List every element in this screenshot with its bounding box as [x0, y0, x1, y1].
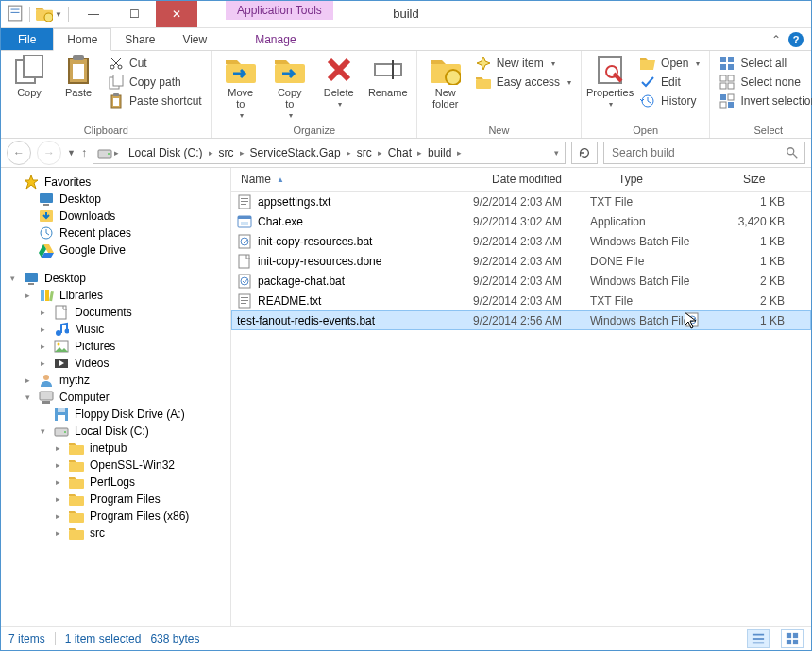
new-folder-button[interactable]: Newfolder [423, 53, 468, 109]
move-to-button[interactable]: Moveto▾ [218, 53, 263, 120]
column-headers: Name▲ Date modified Type Size [231, 168, 811, 192]
titlebar: ▼ Application Tools build — ☐ ✕ [1, 1, 811, 28]
file-row[interactable]: test-fanout-redis-events.bat 9/2/2014 2:… [231, 310, 811, 330]
nav-folder[interactable]: ▸PerfLogs [1, 474, 230, 491]
help-icon[interactable]: ? [788, 32, 804, 47]
address-bar[interactable]: ▸ Local Disk (C:)▸src▸ServiceStack.Gap▸s… [93, 142, 566, 164]
new-item-button[interactable]: New item▾ [472, 55, 575, 72]
nav-favorites[interactable]: Favorites [1, 174, 230, 191]
nav-fav-item[interactable]: Recent places [1, 225, 230, 242]
rename-button[interactable]: Rename [365, 53, 411, 98]
edit-button[interactable]: Edit [636, 74, 703, 91]
qat-properties-icon[interactable] [7, 5, 24, 25]
nav-computer[interactable]: ▾Computer [1, 389, 230, 406]
cut-button[interactable]: Cut [105, 55, 206, 72]
nav-lib-item[interactable]: ▸Videos [1, 355, 230, 372]
invert-selection-button[interactable]: Invert selection [716, 92, 812, 109]
maximize-button[interactable]: ☐ [114, 1, 156, 27]
breadcrumb-segment[interactable]: build [424, 146, 455, 159]
col-date[interactable]: Date modified [482, 173, 609, 186]
qat-dropdown-icon[interactable]: ▼ [55, 10, 62, 19]
copy-to-button[interactable]: Copyto▾ [267, 53, 313, 120]
search-input[interactable] [610, 145, 755, 160]
tab-manage[interactable]: Manage [242, 28, 310, 50]
thumbnails-view-button[interactable] [781, 629, 804, 648]
nav-fav-item[interactable]: Desktop [1, 191, 230, 208]
nav-folder[interactable]: ▸Program Files [1, 491, 230, 508]
explorer-window: ▼ Application Tools build — ☐ ✕ File Hom… [0, 0, 812, 651]
file-row[interactable]: README.txt 9/2/2014 2:03 AM TXT File 2 K… [231, 291, 811, 310]
ribbon-group-select: Select all Select none Invert selection … [710, 51, 812, 138]
nav-desktop[interactable]: ▾Desktop [1, 270, 230, 287]
tab-view[interactable]: View [169, 28, 221, 50]
nav-folder[interactable]: ▸OpenSSL-Win32 [1, 457, 230, 474]
col-name[interactable]: Name▲ [231, 173, 482, 186]
context-tab-label: Application Tools [226, 1, 333, 20]
nav-lib-item[interactable]: ▸Pictures [1, 338, 230, 355]
breadcrumb-segment[interactable]: src [215, 146, 238, 159]
file-type: Windows Batch File [590, 275, 705, 288]
nav-folder[interactable]: ▸Program Files (x86) [1, 508, 230, 525]
forward-button[interactable]: → [37, 141, 61, 165]
up-button[interactable]: ↑ [81, 146, 87, 159]
details-view-button[interactable] [747, 629, 770, 648]
cursor-icon [685, 312, 698, 329]
copy-path-button[interactable]: Copy path [105, 74, 206, 91]
recent-locations-icon[interactable]: ▼ [67, 148, 76, 158]
select-all-button[interactable]: Select all [716, 55, 812, 72]
nav-folder[interactable]: ▸inetpub [1, 440, 230, 457]
ribbon-tabs: File Home Share View Manage ⌃ ? [1, 28, 811, 51]
file-row[interactable]: package-chat.bat 9/2/2014 2:03 AM Window… [231, 271, 811, 291]
delete-button[interactable]: Delete▾ [316, 53, 362, 108]
copy-button[interactable]: Copy [7, 53, 52, 98]
ribbon-group-organize: Moveto▾ Copyto▾ Delete▾ Rename Organize [212, 51, 417, 138]
close-button[interactable]: ✕ [156, 1, 197, 27]
breadcrumb-segment[interactable]: Chat [384, 146, 415, 159]
paste-shortcut-button[interactable]: Paste shortcut [105, 92, 206, 109]
qat-newfolder-icon[interactable] [36, 5, 53, 25]
status-bytes: 638 bytes [150, 632, 199, 645]
tab-home[interactable]: Home [53, 28, 111, 51]
file-date: 9/2/2014 2:03 AM [473, 235, 590, 248]
nav-lib-item[interactable]: ▸Documents [1, 304, 230, 321]
nav-fav-item[interactable]: Google Drive [1, 242, 230, 259]
nav-drive[interactable]: Floppy Disk Drive (A:) [1, 406, 230, 423]
breadcrumb-segment[interactable]: Local Disk (C:) [125, 146, 207, 159]
file-date: 9/2/2014 2:56 AM [473, 314, 590, 327]
nav-lib-item[interactable]: ▸Music [1, 321, 230, 338]
file-row[interactable]: init-copy-resources.done 9/2/2014 2:03 A… [231, 251, 811, 271]
properties-button[interactable]: Properties▾ [587, 53, 633, 108]
file-row[interactable]: appsettings.txt 9/2/2014 2:03 AM TXT Fil… [231, 192, 811, 211]
easy-access-button[interactable]: Easy access▾ [472, 74, 575, 91]
nav-fav-item[interactable]: Downloads [1, 208, 230, 225]
file-row[interactable]: init-copy-resources.bat 9/2/2014 2:03 AM… [231, 231, 811, 251]
nav-user[interactable]: ▸mythz [1, 372, 230, 389]
file-menu[interactable]: File [1, 28, 53, 50]
file-date: 9/2/2014 2:03 AM [473, 294, 590, 308]
breadcrumb-segment[interactable]: src [353, 146, 376, 159]
select-none-button[interactable]: Select none [716, 74, 812, 91]
col-type[interactable]: Type [609, 173, 734, 186]
minimize-button[interactable]: — [73, 1, 114, 27]
body: FavoritesDesktopDownloadsRecent placesGo… [1, 168, 811, 626]
paste-button[interactable]: Paste [56, 53, 101, 98]
search-box[interactable] [603, 142, 805, 164]
file-row[interactable]: Chat.exe 9/2/2014 3:02 AM Application 3,… [231, 211, 811, 231]
file-size: 2 KB [705, 294, 811, 308]
nav-folder[interactable]: ▸src [1, 525, 230, 542]
file-size: 1 KB [705, 314, 811, 327]
nav-libraries[interactable]: ▸Libraries [1, 287, 230, 304]
tab-share[interactable]: Share [111, 28, 169, 50]
breadcrumb-segment[interactable]: ServiceStack.Gap [246, 146, 345, 159]
refresh-button[interactable] [571, 142, 598, 164]
nav-drive[interactable]: ▾Local Disk (C:) [1, 423, 230, 440]
file-name: README.txt [258, 294, 321, 308]
navigation-pane: FavoritesDesktopDownloadsRecent placesGo… [1, 168, 231, 626]
back-button[interactable]: ← [7, 141, 31, 165]
open-button[interactable]: Open▾ [636, 55, 703, 72]
file-icon [237, 293, 252, 309]
col-size[interactable]: Size [734, 173, 811, 186]
ribbon-collapse-icon[interactable]: ⌃ [771, 33, 781, 46]
history-button[interactable]: History [636, 92, 703, 109]
file-size: 3,420 KB [705, 215, 811, 228]
